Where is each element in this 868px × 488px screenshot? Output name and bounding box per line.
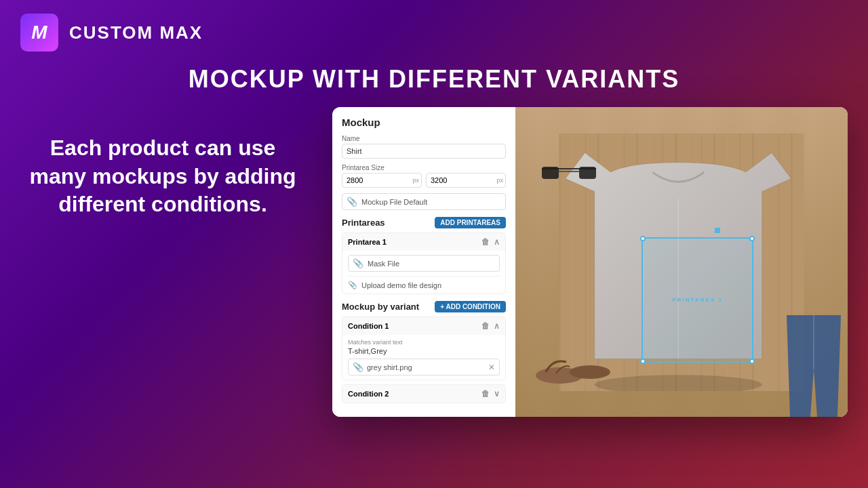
mockup-file-default-row[interactable]: 📎 Mockup File Default xyxy=(342,193,506,210)
condition-1-delete-icon[interactable]: 🗑 xyxy=(481,321,490,331)
condition-2-collapse-icon[interactable]: ∨ xyxy=(494,389,500,399)
file-icon: 📎 xyxy=(347,197,357,207)
height-wrap: px xyxy=(426,173,506,188)
matches-label: Matches variant text xyxy=(348,339,500,346)
header: M CUSTOM MAX xyxy=(0,0,868,65)
logo-letter: M xyxy=(31,22,47,43)
condition-2-actions: 🗑 ∨ xyxy=(481,389,500,399)
upload-demo-label: Upload demo file design xyxy=(361,281,441,289)
condition-2-delete-icon[interactable]: 🗑 xyxy=(481,389,490,399)
mask-file-icon: 📎 xyxy=(353,258,363,268)
corner-tl xyxy=(640,236,646,241)
svg-rect-8 xyxy=(542,167,559,179)
condition-1-header: Condition 1 🗑 ∧ xyxy=(342,317,505,335)
divider-1 xyxy=(348,276,500,277)
description: Each product can use many mockups by add… xyxy=(20,134,305,219)
mockup-file-default-label: Mockup File Default xyxy=(361,198,427,206)
mockup-filename: grey shirt.png xyxy=(367,363,412,371)
printarea-delete-icon[interactable]: 🗑 xyxy=(481,237,490,247)
printarea-1-body: 📎 Mask File 📎 Upload demo file design xyxy=(342,251,505,293)
jeans-svg xyxy=(780,315,848,417)
condition-1-body: Matches variant text T-shirt,Grey 📎 grey… xyxy=(342,335,505,380)
condition-2-header: Condition 2 🗑 ∨ xyxy=(342,385,505,403)
condition-1-actions: 🗑 ∧ xyxy=(481,321,500,331)
condition-1-collapse-icon[interactable]: ∧ xyxy=(494,321,500,331)
condition-1-item: Condition 1 🗑 ∧ Matches variant text T-s… xyxy=(342,317,506,380)
jeans-decoration xyxy=(780,315,848,417)
printareas-title: Printareas xyxy=(342,218,385,228)
remove-file-button[interactable]: ✕ xyxy=(488,363,495,372)
printarea-overlay-label: PRINTAREA 1 xyxy=(672,297,722,303)
mask-file-label: Mask File xyxy=(368,260,399,268)
svg-point-12 xyxy=(570,365,610,379)
condition-1-label: Condition 1 xyxy=(348,322,389,330)
height-input[interactable] xyxy=(426,173,506,188)
name-label: Name xyxy=(342,135,506,142)
printarea-dot xyxy=(715,228,720,233)
main-content: Each product can use many mockups by add… xyxy=(0,107,868,417)
condition-file-icon: 📎 xyxy=(353,362,363,372)
form-panel: Mockup Name Printarea Size px xyxy=(332,107,515,417)
file-row-left: 📎 grey shirt.png xyxy=(353,362,412,372)
form-title: Mockup xyxy=(342,117,506,128)
upload-icon: 📎 xyxy=(348,281,357,289)
page-title: MOCKUP WITH DIFFERENT VARIANTS xyxy=(0,65,868,94)
left-panel: Each product can use many mockups by add… xyxy=(20,107,305,219)
height-px-label: px xyxy=(496,177,503,184)
size-label: Printarea Size xyxy=(342,164,506,171)
logo: M xyxy=(20,14,58,52)
size-row: px px xyxy=(342,173,506,188)
printarea-1-header: Printarea 1 🗑 ∧ xyxy=(342,233,505,251)
printarea-1-actions: 🗑 ∧ xyxy=(481,237,500,247)
svg-rect-10 xyxy=(559,171,579,172)
condition-2-item: Condition 2 🗑 ∨ xyxy=(342,384,506,403)
variant-title: Mockup by variant xyxy=(342,302,419,312)
right-panel: Mockup Name Printarea Size px xyxy=(332,107,848,417)
sunglasses-svg xyxy=(542,163,596,186)
mockup-file-row: 📎 grey shirt.png ✕ xyxy=(348,359,500,375)
printarea-collapse-icon[interactable]: ∧ xyxy=(494,237,500,247)
sandals-svg xyxy=(532,345,614,386)
printarea-1-label: Printarea 1 xyxy=(348,238,387,246)
variant-section-header: Mockup by variant + ADD CONDITION xyxy=(342,301,506,312)
name-group: Name xyxy=(342,135,506,159)
sandals-decoration xyxy=(532,345,614,386)
width-input[interactable] xyxy=(342,173,422,188)
width-wrap: px xyxy=(342,173,422,188)
width-px-label: px xyxy=(412,177,419,184)
condition-2-label: Condition 2 xyxy=(348,390,389,398)
size-group: Printarea Size px px xyxy=(342,164,506,188)
mask-file-row[interactable]: 📎 Mask File xyxy=(348,255,500,272)
upload-demo-row[interactable]: 📎 Upload demo file design xyxy=(348,281,500,289)
brand-name: CUSTOM MAX xyxy=(69,22,203,43)
add-condition-button[interactable]: + ADD CONDITION xyxy=(435,301,506,312)
svg-rect-9 xyxy=(579,167,596,179)
add-printareas-button[interactable]: ADD PRINTAREAS xyxy=(435,217,506,228)
printarea-overlay: PRINTAREA 1 xyxy=(642,237,753,363)
preview-panel: PRINTAREA 1 xyxy=(515,107,848,417)
sunglasses-decoration xyxy=(542,163,596,186)
mockup-window: Mockup Name Printarea Size px xyxy=(332,107,848,417)
printarea-1-item: Printarea 1 🗑 ∧ 📎 Mask File xyxy=(342,232,506,294)
name-input[interactable] xyxy=(342,144,506,159)
printareas-section-header: Printareas ADD PRINTAREAS xyxy=(342,217,506,228)
matches-value: T-shirt,Grey xyxy=(348,347,387,355)
